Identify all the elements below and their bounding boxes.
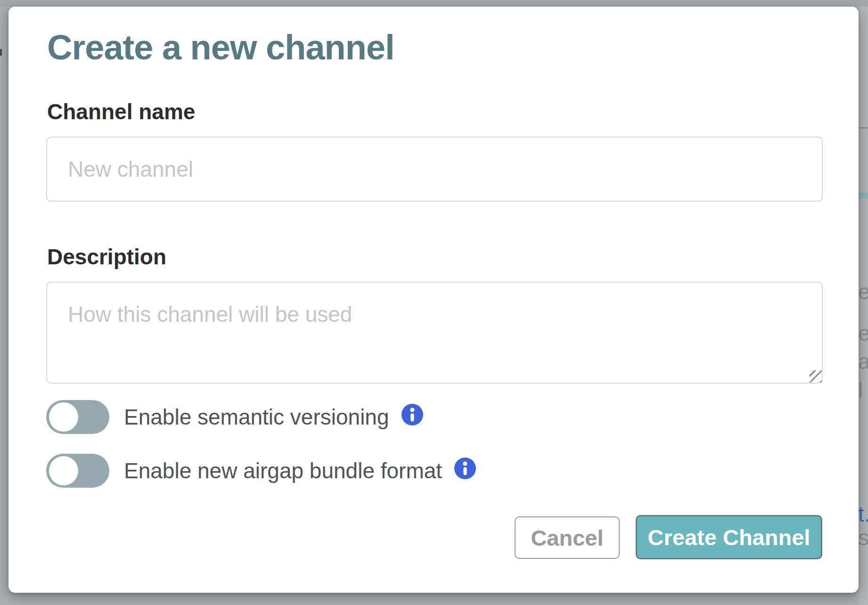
- semantic-versioning-row: Enable semantic versioning: [46, 400, 423, 434]
- airgap-bundle-row: Enable new airgap bundle format: [46, 453, 476, 488]
- create-channel-button[interactable]: Create Channel: [636, 515, 822, 559]
- semantic-versioning-label: Enable semantic versioning: [124, 400, 389, 434]
- resize-handle-icon[interactable]: [810, 370, 822, 383]
- background-teal-accent: [859, 193, 868, 199]
- airgap-bundle-label: Enable new airgap bundle format: [124, 453, 442, 488]
- background-link-fragment: t.: [858, 503, 868, 525]
- cancel-button[interactable]: Cancel: [515, 516, 620, 559]
- channel-name-label: Channel name: [47, 101, 195, 123]
- background-text-fragment: l: [858, 380, 863, 401]
- semantic-versioning-toggle[interactable]: [46, 400, 109, 434]
- background-top-bar: [0, 0, 868, 7]
- airgap-bundle-toggle[interactable]: [46, 454, 109, 488]
- toggle-knob: [49, 456, 78, 485]
- description-label: Description: [47, 246, 166, 268]
- background-text-fragment: [0, 49, 2, 56]
- background-text-fragment: s: [858, 527, 868, 548]
- info-icon[interactable]: [454, 458, 476, 479]
- info-icon[interactable]: [401, 404, 423, 425]
- description-textarea[interactable]: [46, 282, 823, 384]
- background-divider-line: [859, 127, 868, 129]
- modal-title: Create a new channel: [47, 30, 394, 65]
- create-channel-modal: Create a new channel Channel name Descri…: [8, 7, 859, 593]
- channel-name-input[interactable]: [46, 137, 823, 202]
- background-text-fragment: e: [858, 322, 868, 344]
- background-text-fragment: a: [858, 351, 868, 372]
- toggle-knob: [49, 402, 78, 432]
- background-text-fragment: e: [858, 281, 868, 302]
